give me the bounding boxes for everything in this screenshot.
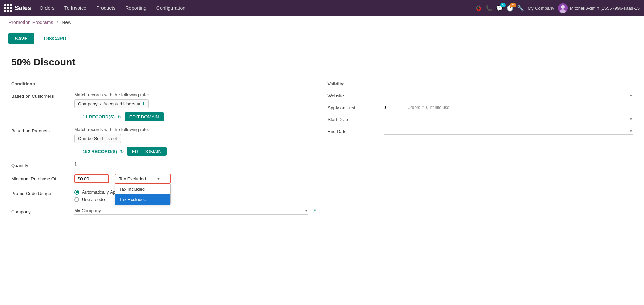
radio-code-label: Use a code bbox=[82, 197, 105, 202]
end-date-value: ▼ bbox=[384, 128, 633, 135]
phone-icon[interactable]: 📞 bbox=[486, 5, 493, 12]
based-on-customers-label: Based on Customers bbox=[11, 92, 74, 99]
company-external-link-icon[interactable]: ↗ bbox=[312, 208, 317, 214]
tax-dropdown: Tax Excluded ▼ Tax Included Tax Excluded bbox=[115, 174, 171, 184]
chat-badge: 5 bbox=[500, 3, 506, 7]
nav-to-invoice[interactable]: To Invoice bbox=[60, 4, 91, 12]
minimum-purchase-label: Minimum Purchase Of bbox=[11, 176, 74, 181]
company-name: My Company bbox=[528, 6, 554, 11]
website-value: ▼ bbox=[384, 92, 633, 99]
validity-label: Validity bbox=[328, 81, 633, 86]
products-domain-tag: Can be Sold is set bbox=[74, 134, 121, 143]
products-records-row: → 152 RECORD(S) ↻ EDIT DOMAIN bbox=[74, 147, 317, 156]
promo-option-auto: Automatically Applied bbox=[74, 189, 317, 195]
customers-records-count[interactable]: 11 RECORD(S) bbox=[83, 114, 115, 119]
based-on-customers-row: Based on Customers Match records with th… bbox=[11, 92, 317, 121]
apply-on-first-input[interactable] bbox=[384, 104, 405, 111]
minimum-purchase-row: Minimum Purchase Of Tax Excluded ▼ Tax I… bbox=[11, 174, 317, 184]
tax-select-button[interactable]: Tax Excluded ▼ bbox=[115, 174, 171, 184]
nav-reporting[interactable]: Reporting bbox=[121, 4, 151, 12]
chat-icon[interactable]: 💬 5 bbox=[496, 5, 503, 12]
based-on-products-value: Match records with the following rule: C… bbox=[74, 127, 317, 156]
customers-domain-operator: = bbox=[137, 101, 140, 106]
action-bar: SAVE DISCARD bbox=[0, 29, 644, 48]
nav-products[interactable]: Products bbox=[92, 4, 120, 12]
quantity-number: 1 bbox=[74, 161, 77, 167]
website-select-text bbox=[384, 93, 630, 98]
products-records-count[interactable]: 152 RECORD(S) bbox=[83, 149, 117, 154]
user-info[interactable]: Mitchell Admin (15557996-saas-15 bbox=[558, 3, 640, 13]
products-domain-field: Can be Sold bbox=[78, 136, 103, 141]
start-date-value: ▼ bbox=[384, 116, 633, 123]
form-title[interactable]: 50% Discount bbox=[11, 57, 116, 71]
customers-domain-value: 1 bbox=[142, 101, 144, 106]
customers-domain-field: Company bbox=[78, 101, 98, 106]
based-on-products-label: Based on Products bbox=[11, 127, 74, 133]
promo-option-code: Use a code bbox=[74, 197, 317, 202]
breadcrumb-parent[interactable]: Promotion Programs bbox=[8, 20, 53, 25]
website-select[interactable]: ▼ bbox=[384, 92, 633, 99]
activity-icon[interactable]: 🕐 25 bbox=[507, 5, 514, 12]
save-button[interactable]: SAVE bbox=[8, 33, 34, 44]
company-select[interactable]: My Company ▼ bbox=[74, 207, 308, 215]
website-label: Website bbox=[328, 93, 384, 98]
products-arrow-icon: → bbox=[74, 148, 80, 155]
nav-orders[interactable]: Orders bbox=[35, 4, 59, 12]
nav-configuration[interactable]: Configuration bbox=[152, 4, 190, 12]
website-chevron-icon: ▼ bbox=[629, 93, 633, 97]
brand[interactable]: Sales bbox=[4, 4, 31, 12]
topnav: Sales Orders To Invoice Products Reporti… bbox=[0, 0, 644, 16]
tax-option-excluded[interactable]: Tax Excluded bbox=[115, 194, 170, 205]
apply-on-first-value: Orders if 0, infinite use bbox=[384, 104, 633, 111]
start-date-chevron-icon: ▼ bbox=[629, 117, 633, 121]
minimum-purchase-input-wrap bbox=[74, 174, 109, 183]
based-on-customers-value: Match records with the following rule: C… bbox=[74, 92, 317, 121]
start-date-label: Start Date bbox=[328, 117, 384, 122]
products-rule-text: Match records with the following rule: bbox=[74, 127, 317, 132]
start-date-row: Start Date ▼ bbox=[328, 116, 633, 123]
bug-icon[interactable]: 🐞 bbox=[475, 5, 482, 12]
based-on-products-row: Based on Products Match records with the… bbox=[11, 127, 317, 156]
radio-code-icon[interactable] bbox=[74, 197, 79, 202]
tax-selected-value: Tax Excluded bbox=[119, 176, 146, 181]
conditions-section: Conditions Based on Customers Match reco… bbox=[11, 81, 317, 220]
company-label: Company bbox=[11, 208, 74, 214]
breadcrumb-sep: / bbox=[57, 20, 58, 25]
validity-section: Validity Website ▼ Apply on First Or bbox=[328, 81, 633, 220]
grid-icon bbox=[4, 4, 12, 12]
company-row: Company My Company ▼ ↗ bbox=[11, 207, 317, 215]
svg-point-1 bbox=[561, 5, 565, 9]
quantity-row: Quantity 1 bbox=[11, 161, 317, 168]
wrench-icon[interactable]: 🔧 bbox=[517, 5, 524, 12]
main-content: 50% Discount Conditions Based on Custome… bbox=[0, 48, 644, 305]
radio-auto-icon[interactable] bbox=[74, 190, 79, 195]
end-date-chevron-icon: ▼ bbox=[629, 129, 633, 133]
end-date-text bbox=[384, 129, 630, 134]
tax-dropdown-menu: Tax Included Tax Excluded bbox=[115, 184, 171, 205]
start-date-select[interactable]: ▼ bbox=[384, 116, 633, 123]
start-date-text bbox=[384, 117, 630, 122]
promo-code-label: Promo Code Usage bbox=[11, 189, 74, 196]
apply-on-suffix: Orders if 0, infinite use bbox=[408, 105, 450, 110]
conditions-label: Conditions bbox=[11, 81, 317, 86]
end-date-label: End Date bbox=[328, 129, 384, 134]
end-date-select[interactable]: ▼ bbox=[384, 128, 633, 135]
minimum-purchase-input[interactable] bbox=[78, 176, 106, 181]
apply-on-first-row: Apply on First Orders if 0, infinite use bbox=[328, 104, 633, 111]
avatar bbox=[558, 3, 568, 13]
tax-option-included[interactable]: Tax Included bbox=[115, 184, 170, 194]
customers-arrow-icon: → bbox=[74, 114, 80, 120]
customers-edit-domain-button[interactable]: EDIT DOMAIN bbox=[125, 112, 164, 121]
products-refresh-icon[interactable]: ↻ bbox=[120, 149, 124, 154]
quantity-label: Quantity bbox=[11, 161, 74, 168]
discard-button[interactable]: DISCARD bbox=[37, 33, 73, 44]
company-value: My Company bbox=[74, 208, 305, 213]
products-edit-domain-button[interactable]: EDIT DOMAIN bbox=[127, 147, 167, 156]
promo-code-value: Automatically Applied Use a code bbox=[74, 189, 317, 204]
customers-refresh-icon[interactable]: ↻ bbox=[118, 114, 122, 120]
apply-on-wrap: Orders if 0, infinite use bbox=[384, 104, 633, 111]
form-body: Conditions Based on Customers Match reco… bbox=[11, 81, 633, 220]
brand-name: Sales bbox=[15, 5, 31, 12]
products-domain-operator: is set bbox=[107, 136, 117, 141]
customers-domain-tag: Company › Accepted Users = 1 bbox=[74, 99, 149, 108]
